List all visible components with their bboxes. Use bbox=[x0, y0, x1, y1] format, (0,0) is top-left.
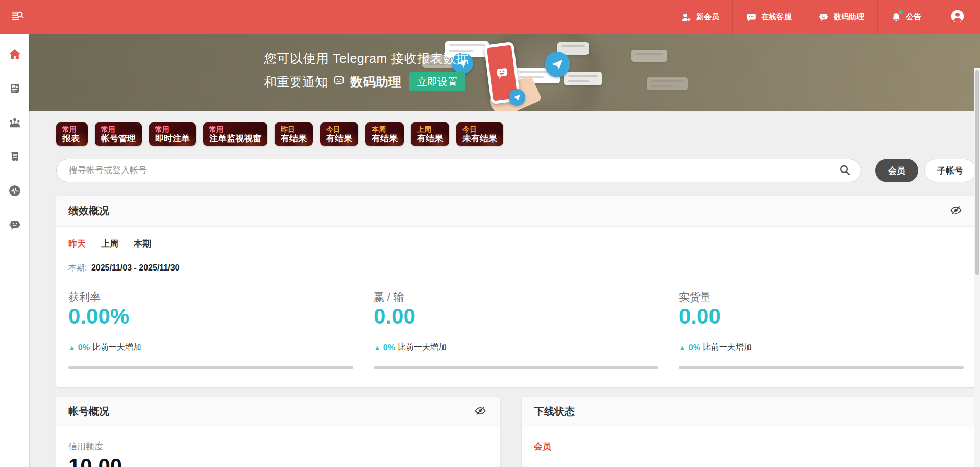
banner-illustration bbox=[29, 34, 980, 111]
quick-label: 未有结果 bbox=[462, 134, 497, 143]
left-sidebar bbox=[0, 34, 29, 467]
downline-status-panel: 下线状态 会员 bbox=[522, 397, 976, 467]
bell-icon bbox=[891, 12, 901, 22]
nav-item-digital-assistant[interactable]: 数码助理 bbox=[805, 0, 877, 34]
search-row: 会员 子帐号 bbox=[56, 159, 976, 182]
tab-yesterday[interactable]: 昨天 bbox=[68, 238, 86, 250]
quick-access-row: 常用 报表 常用 帐号管理 常用 即时注单 常用 注单监视视窗 bbox=[56, 122, 976, 146]
main-area: 您可以使用 Telegram 接收报表数据 和重要通知 数码助理 bbox=[29, 34, 980, 467]
account-panel-title: 帐号概况 bbox=[68, 405, 109, 419]
quick-label: 帐号管理 bbox=[101, 134, 136, 143]
nav-item-label: 新会员 bbox=[696, 12, 719, 22]
telegram-plane-icon bbox=[509, 89, 525, 106]
account-overview-panel: 帐号概况 bbox=[56, 397, 500, 467]
person-add-icon bbox=[681, 12, 692, 22]
phone-graphic bbox=[484, 42, 521, 104]
performance-panel-header: 绩效概况 bbox=[56, 196, 976, 227]
delta-text: 比前一天增加 bbox=[703, 342, 752, 353]
scrollbar-thumb[interactable] bbox=[975, 70, 979, 275]
tab-last-week[interactable]: 上周 bbox=[101, 238, 118, 250]
menu-search-button[interactable] bbox=[0, 0, 36, 34]
nav-item-announcements[interactable]: 公告 bbox=[877, 0, 935, 34]
stat-delta: ▲ 0% 比前一天增加 bbox=[374, 342, 658, 353]
pulse-icon bbox=[8, 184, 21, 199]
downline-panel-title: 下线状态 bbox=[534, 405, 575, 419]
quick-button-yesterday-results[interactable]: 昨日 有结果 bbox=[275, 122, 313, 146]
notification-dot bbox=[899, 10, 903, 14]
stat-delta: ▲ 0% 比前一天增加 bbox=[679, 342, 964, 353]
search-input[interactable] bbox=[56, 159, 861, 182]
quick-tag: 常用 bbox=[101, 125, 136, 134]
sidebar-item-activity[interactable] bbox=[5, 181, 25, 202]
toggle-subaccount-button[interactable]: 子帐号 bbox=[924, 159, 976, 182]
receipt-icon bbox=[9, 151, 21, 164]
quick-tag: 常用 bbox=[62, 125, 82, 134]
sidebar-item-reports[interactable] bbox=[5, 79, 25, 99]
quick-button-today-noresults[interactable]: 今日 未有结果 bbox=[456, 122, 503, 146]
nav-item-online-support[interactable]: 在线客服 bbox=[732, 0, 805, 34]
home-icon bbox=[8, 47, 21, 62]
performance-panel: 绩效概况 bbox=[56, 196, 976, 387]
tab-this-period[interactable]: 本期 bbox=[134, 238, 151, 250]
delta-percent: 0% bbox=[689, 343, 700, 352]
user-avatar-button[interactable] bbox=[935, 0, 980, 34]
robot-icon bbox=[333, 75, 345, 90]
sidebar-item-accounts[interactable] bbox=[5, 113, 25, 133]
chat-bubble-graphic bbox=[647, 77, 688, 90]
up-triangle-icon: ▲ bbox=[374, 343, 381, 352]
credit-limit-value: 10.00 bbox=[68, 454, 488, 467]
stat-progress-bar bbox=[68, 366, 353, 369]
quick-label: 报表 bbox=[62, 134, 82, 143]
chat-bubble-graphic bbox=[564, 72, 602, 85]
quick-button-today-results[interactable]: 今日 有结果 bbox=[320, 122, 358, 146]
stat-turnover: 实货量 0.00 ▲ 0% 比前一天增加 bbox=[679, 290, 964, 369]
group-icon bbox=[8, 116, 21, 131]
downline-panel-header: 下线状态 bbox=[522, 397, 976, 427]
downline-panel-body: 会员 bbox=[522, 427, 976, 465]
stat-profit-rate: 获利率 0.00% ▲ 0% 比前一天增加 bbox=[68, 290, 353, 369]
quick-tag: 常用 bbox=[209, 125, 261, 134]
quick-tag: 本周 bbox=[372, 125, 398, 134]
chat-bubble-graphic bbox=[515, 68, 560, 83]
quick-button-bet-monitor[interactable]: 常用 注单监视视窗 bbox=[203, 122, 267, 146]
hide-values-button[interactable] bbox=[473, 404, 488, 420]
quick-label: 注单监视视窗 bbox=[209, 134, 261, 143]
quick-button-thisweek-results[interactable]: 本周 有结果 bbox=[365, 122, 404, 146]
quick-tag: 常用 bbox=[155, 125, 190, 134]
stat-progress-bar bbox=[679, 366, 964, 369]
quick-button-account-mgmt[interactable]: 常用 帐号管理 bbox=[95, 122, 142, 146]
stat-label: 赢 / 输 bbox=[374, 290, 658, 304]
toggle-member-button[interactable]: 会员 bbox=[875, 159, 918, 182]
list-search-icon bbox=[11, 10, 24, 24]
quick-label: 有结果 bbox=[372, 134, 398, 143]
eye-off-icon bbox=[950, 204, 962, 218]
banner-bot-name: 数码助理 bbox=[350, 73, 401, 90]
quick-button-reports[interactable]: 常用 报表 bbox=[56, 122, 88, 146]
tab-members[interactable]: 会员 bbox=[534, 440, 551, 452]
performance-tabs: 昨天 上周 本期 bbox=[68, 238, 964, 250]
performance-panel-body: 昨天 上周 本期 本期: 2025/11/03 - 2025/11/30 获利率… bbox=[56, 227, 976, 387]
nav-item-new-member[interactable]: 新会员 bbox=[668, 0, 732, 34]
setup-now-button[interactable]: 立即设置 bbox=[409, 72, 465, 91]
vertical-scrollbar[interactable] bbox=[974, 68, 980, 467]
delta-percent: 0% bbox=[78, 343, 90, 352]
search-field bbox=[56, 159, 861, 182]
search-button[interactable] bbox=[837, 162, 853, 179]
period-range: 本期: 2025/11/03 - 2025/11/30 bbox=[68, 263, 964, 274]
quick-tag: 昨日 bbox=[281, 125, 307, 134]
telegram-promo-banner[interactable]: 您可以使用 Telegram 接收报表数据 和重要通知 数码助理 bbox=[29, 34, 980, 111]
avatar-icon bbox=[950, 9, 965, 26]
hide-values-button[interactable] bbox=[948, 204, 964, 219]
hand-graphic bbox=[486, 75, 542, 111]
sidebar-item-assistant[interactable] bbox=[5, 215, 25, 236]
robot-icon bbox=[9, 219, 21, 233]
quick-tag: 今日 bbox=[462, 125, 497, 134]
quick-label: 即时注单 bbox=[155, 134, 190, 143]
quick-button-live-bets[interactable]: 常用 即时注单 bbox=[149, 122, 196, 146]
phone-screen-graphic bbox=[487, 45, 518, 101]
bottom-panels-row: 帐号概况 bbox=[56, 397, 976, 467]
sidebar-item-home[interactable] bbox=[5, 44, 25, 65]
sidebar-item-statements[interactable] bbox=[5, 147, 25, 167]
quick-label: 有结果 bbox=[326, 134, 352, 143]
quick-button-lastweek-results[interactable]: 上周 有结果 bbox=[411, 122, 449, 146]
